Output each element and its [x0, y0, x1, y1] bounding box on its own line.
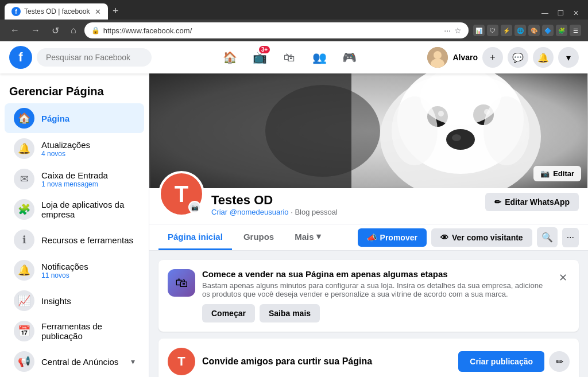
sidebar-item-label-central: Central de Anúncios — [41, 357, 118, 367]
sidebar-item-label-caixa: Caixa de Entrada — [41, 170, 108, 180]
saiba-mais-button[interactable]: Saiba mais — [260, 304, 320, 322]
sell-card-close-button[interactable]: ✕ — [556, 269, 570, 286]
tab-title: Testes OD | facebook — [24, 7, 91, 15]
tab-actions: 📣 Promover 👁 Ver como visitante 🔍 ··· — [358, 227, 579, 247]
sidebar-item-pagina[interactable]: 🏠 Página — [5, 103, 144, 133]
close-button[interactable]: ✕ — [568, 7, 583, 20]
tab-close-icon[interactable]: ✕ — [95, 7, 101, 16]
create-post-button[interactable]: Criar publicação — [458, 351, 544, 372]
messenger-button[interactable]: 💬 — [508, 47, 528, 68]
content-cards: 🛍 Comece a vender na sua Página em apena… — [149, 251, 588, 377]
avatar-letter: T — [175, 181, 188, 207]
cover-photo: 📷 Editar — [149, 73, 588, 188]
sidebar-item-loja[interactable]: 🧩 Loja de aplicativos da empresa — [5, 195, 144, 224]
nav-gaming-icon[interactable]: 🎮 — [335, 44, 363, 71]
sidebar-item-text-atualizacoes: Atualizações 4 novos — [41, 140, 90, 158]
sidebar-item-notificacoes[interactable]: 🔔 Notificações 11 novos — [5, 255, 144, 285]
edit-cover-button[interactable]: 📷 Editar — [533, 166, 581, 181]
minimize-button[interactable]: — — [537, 7, 553, 20]
video-badge: 3+ — [259, 46, 270, 53]
sidebar-item-label-notificacoes: Notificações — [41, 262, 88, 271]
sidebar-item-central[interactable]: 📢 Central de Anúncios ▾ — [5, 347, 144, 376]
address-bar[interactable]: 🔒 https://www.facebook.com/ ··· ☆ — [84, 22, 469, 38]
sidebar-item-text-ferramentas: Ferramentas de publicação — [41, 321, 135, 341]
sidebar-icon-recursos: ℹ — [14, 230, 34, 250]
edit-icon: ✏ — [556, 356, 563, 367]
nav-groups-icon[interactable]: 👥 — [305, 44, 333, 71]
sidebar-icon-insights: 📈 — [14, 290, 34, 311]
comecar-button[interactable]: Começar — [202, 304, 255, 322]
menu-button[interactable]: ▾ — [558, 47, 579, 68]
ext-icon-8: ☰ — [570, 25, 581, 36]
page-tabs: Página inicial Grupos Mais ▾ 📣 Promover … — [149, 224, 588, 251]
browser-tab[interactable]: f Testes OD | facebook ✕ — [5, 3, 108, 20]
sidebar-item-atualizacoes[interactable]: 🔔 Atualizações 4 novos — [5, 134, 144, 164]
avatar-camera-icon[interactable]: 📷 — [188, 201, 201, 213]
sidebar-item-caixa[interactable]: ✉ Caixa de Entrada 1 nova mensagem — [5, 164, 144, 194]
sell-card-title: Comece a vender na sua Página em apenas … — [202, 269, 550, 279]
refresh-button[interactable]: ↺ — [48, 23, 63, 38]
sidebar-icon-loja: 🧩 — [14, 199, 34, 220]
sell-card-content: Comece a vender na sua Página em apenas … — [202, 269, 550, 322]
ext-icon-7: 🧩 — [556, 25, 567, 36]
edit-whatsapp-button[interactable]: ✏ Editar WhatsApp — [485, 193, 579, 211]
sidebar-icon-ferramentas: 📅 — [14, 321, 34, 341]
home-button[interactable]: ⌂ — [67, 23, 80, 38]
fb-logo[interactable]: f — [9, 46, 32, 69]
visitor-view-button[interactable]: 👁 Ver como visitante — [431, 228, 532, 247]
restore-button[interactable]: ❐ — [553, 7, 568, 20]
sidebar-icon-atualizacoes: 🔔 — [14, 138, 34, 159]
sidebar: Gerenciar Página 🏠 Página 🔔 Atualizações… — [0, 73, 149, 377]
sidebar-item-label-atualizacoes: Atualizações — [41, 140, 90, 150]
tab-grupos[interactable]: Grupos — [234, 225, 283, 250]
browser-controls-bar: ← → ↺ ⌂ 🔒 https://www.facebook.com/ ··· … — [0, 20, 588, 41]
sidebar-item-sub-atualizacoes: 4 novos — [41, 150, 90, 158]
add-button[interactable]: + — [482, 47, 503, 68]
address-bookmark[interactable]: ☆ — [454, 26, 462, 35]
edit-icon: ✏ — [494, 197, 501, 207]
sidebar-item-sub-caixa: 1 nova mensagem — [41, 180, 108, 188]
search-tab-button[interactable]: 🔍 — [537, 227, 558, 247]
nav-icons-center: 🏠 📺 3+ 🛍 👥 🎮 — [156, 44, 423, 71]
sidebar-item-text-loja: Loja de aplicativos da empresa — [41, 200, 135, 219]
nav-marketplace-icon[interactable]: 🛍 — [276, 44, 303, 71]
ext-icon-5: 🎨 — [528, 25, 540, 36]
svg-point-16 — [265, 85, 380, 177]
facebook-navbar: f 🏠 📺 3+ 🛍 👥 🎮 Alvaro + 💬 🔔 ▾ — [0, 41, 588, 73]
invite-card: T Convide amigos para curtir sua Página … — [158, 339, 579, 377]
search-input[interactable] — [37, 48, 152, 67]
ext-icon-6: 🔷 — [542, 25, 554, 36]
page-content: 📷 Editar T 📷 Testes OD Criar @nomedeusua… — [149, 73, 588, 377]
browser-tools: 📊 🛡 ⚡ 🌐 🎨 🔷 🧩 ☰ — [473, 25, 581, 36]
create-username-link[interactable]: Criar @nomedeusuario — [211, 208, 289, 216]
sidebar-icon-pagina: 🏠 — [14, 108, 34, 129]
tab-mais[interactable]: Mais ▾ — [285, 224, 330, 250]
address-dots[interactable]: ··· — [444, 26, 451, 35]
more-tab-button[interactable]: ··· — [562, 228, 579, 247]
sell-card-desc: Bastam apenas alguns minutos para config… — [202, 281, 550, 298]
chevron-down-icon: ▾ — [131, 357, 135, 366]
new-tab-icon[interactable]: + — [113, 5, 119, 20]
nav-video-icon[interactable]: 📺 3+ — [246, 44, 273, 71]
sidebar-item-recursos[interactable]: ℹ Recursos e ferramentas — [5, 225, 144, 255]
edit-whatsapp-label: Editar WhatsApp — [505, 197, 570, 207]
sidebar-item-insights[interactable]: 📈 Insights — [5, 286, 144, 316]
tab-pagina-inicial[interactable]: Página inicial — [158, 225, 232, 250]
sidebar-item-text-notificacoes: Notificações 11 novos — [41, 262, 88, 279]
sidebar-item-label-insights: Insights — [41, 296, 71, 306]
edit-post-icon-button[interactable]: ✏ — [549, 351, 570, 372]
sell-card: 🛍 Comece a vender na sua Página em apena… — [158, 260, 579, 332]
notifications-button[interactable]: 🔔 — [533, 47, 554, 68]
nav-home-icon[interactable]: 🏠 — [216, 44, 243, 71]
search-icon: 🔍 — [541, 232, 553, 242]
cover-image — [149, 73, 588, 188]
forward-button[interactable]: → — [28, 23, 44, 38]
sidebar-item-label-recursos: Recursos e ferramentas — [41, 235, 133, 245]
promote-tab-button[interactable]: 📣 Promover — [358, 228, 427, 247]
sidebar-item-ferramentas[interactable]: 📅 Ferramentas de publicação — [5, 316, 144, 346]
sidebar-item-label-loja: Loja de aplicativos da empresa — [41, 200, 135, 219]
gaming-icon: 🎮 — [342, 50, 357, 64]
back-button[interactable]: ← — [7, 23, 23, 38]
avatar[interactable] — [427, 47, 448, 68]
promote-tab-icon: 📣 — [367, 233, 377, 242]
